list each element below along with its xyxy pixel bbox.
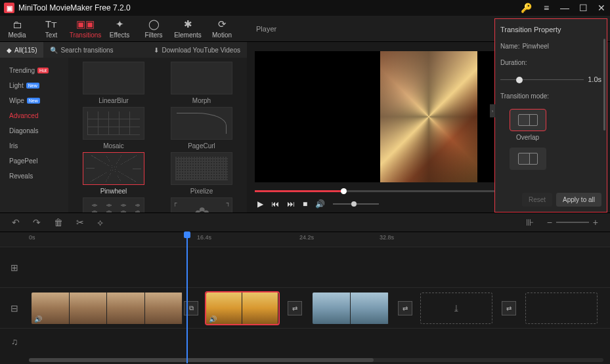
thumb-linearblur[interactable]: LinearBlur <box>72 62 155 104</box>
cat-diagonals[interactable]: Diagonals <box>0 123 68 138</box>
download-youtube[interactable]: ⬇ Download YouTube Videos <box>147 42 247 58</box>
volume-slider[interactable] <box>333 203 379 205</box>
thumb-pinwheel[interactable]: Pinwheel <box>72 152 155 195</box>
drop-slot-2[interactable] <box>525 293 598 324</box>
cat-light[interactable]: LightNew <box>0 78 68 93</box>
cat-pagepeel[interactable]: PagePeel <box>0 153 68 169</box>
mode-label: Transition mode: <box>500 92 549 100</box>
timeline-scrollbar[interactable] <box>29 358 603 362</box>
mode-other[interactable] <box>510 148 546 170</box>
filters-icon: ◯ <box>148 18 160 30</box>
tab-transitions[interactable]: ▣▣Transitions <box>68 16 102 41</box>
panel-scrollbar[interactable] <box>603 39 605 131</box>
tab-motion[interactable]: ⟳Motion <box>205 16 239 41</box>
clip-3[interactable] <box>313 293 389 324</box>
cat-advanced[interactable]: Advanced <box>0 108 68 123</box>
download-icon: ⬇ <box>154 47 159 54</box>
zoom-out-button[interactable]: − <box>547 217 552 228</box>
overlay-track[interactable]: ⊞ <box>0 247 610 287</box>
minimize-button[interactable]: — <box>560 3 569 13</box>
transition-node-4[interactable]: ⇄ <box>502 301 516 315</box>
transitions-icon: ▣▣ <box>76 18 95 30</box>
cat-trending[interactable]: TrendingHot <box>0 63 68 78</box>
zoom-in-button[interactable]: + <box>593 217 598 228</box>
menu-icon[interactable]: ≡ <box>542 3 551 13</box>
clip-1[interactable]: 🔊 <box>32 293 183 324</box>
delete-button[interactable]: 🗑 <box>54 217 63 228</box>
elements-icon: ✱ <box>184 18 192 30</box>
title-bar: ▣ MiniTool MovieMaker Free 7.2.0 🔑 ≡ — ☐… <box>0 0 610 16</box>
redo-button[interactable]: ↷ <box>33 217 41 228</box>
subtab-all[interactable]: ◆ All(115) <box>0 42 43 58</box>
duration-label: Duration: <box>500 59 527 66</box>
thumb-extra1[interactable] <box>72 197 155 212</box>
panel-collapse-button[interactable]: › <box>490 104 495 117</box>
effects-icon: ✦ <box>116 18 124 30</box>
motion-icon: ⟳ <box>218 18 227 30</box>
clip-2[interactable]: 🔊 <box>206 293 278 324</box>
app-title: MiniTool MovieMaker Free 7.2.0 <box>18 3 521 12</box>
tab-text[interactable]: TᴛText <box>34 16 68 41</box>
duration-slider[interactable] <box>500 79 584 80</box>
play-button[interactable]: ▶ <box>257 199 263 209</box>
crop-button[interactable]: ⟡ <box>97 217 103 228</box>
video-track[interactable]: ⊟ 🔊 ⧉ 🔊 ⇄ ⇄ ⤓ ⇄ <box>0 287 610 328</box>
volume-icon[interactable]: 🔊 <box>315 199 325 209</box>
transition-grid: LinearBlur Morph Mosaic PageCurl Pinwhee… <box>68 58 247 212</box>
audio-track-icon: ♫ <box>0 336 29 347</box>
tab-effects[interactable]: ✦Effects <box>102 16 137 41</box>
tab-filters[interactable]: ◯Filters <box>137 16 171 41</box>
drop-slot-1[interactable]: ⤓ <box>420 293 492 324</box>
folder-icon: 🗀 <box>12 19 22 30</box>
video-track-icon: ⊟ <box>0 303 29 313</box>
audio-track[interactable]: ♫ <box>0 328 610 354</box>
apply-all-button[interactable]: Apply to all <box>556 193 601 207</box>
progress-bar[interactable] <box>255 190 515 192</box>
duration-value: 1.0s <box>588 75 601 83</box>
search-icon: 🔍 <box>50 47 58 54</box>
zoom-slider[interactable] <box>556 222 589 223</box>
text-icon: Tᴛ <box>45 18 57 30</box>
transition-property-panel: › Transition Property Name:Pinwheel Dura… <box>494 18 607 212</box>
cut-button[interactable]: ✂ <box>76 217 84 228</box>
key-icon[interactable]: 🔑 <box>521 3 530 13</box>
prev-button[interactable]: ⏮ <box>271 199 279 209</box>
playhead[interactable] <box>186 232 188 363</box>
speed-button[interactable]: ⊪ <box>526 217 534 228</box>
timeline: 0s 16.4s 24.2s 32.8s ⊞ ⊟ 🔊 ⧉ 🔊 ⇄ ⇄ ⤓ ⇄ ♫ <box>0 232 610 363</box>
mode-overlap[interactable] <box>510 109 546 131</box>
close-button[interactable]: ✕ <box>597 3 606 13</box>
cat-reveals[interactable]: Reveals <box>0 169 68 184</box>
thumb-pagecurl[interactable]: PageCurl <box>160 107 243 150</box>
thumb-pixelize[interactable]: Pixelize <box>160 152 243 195</box>
name-value: Pinwheel <box>522 43 549 50</box>
mode-overlap-label: Overlap <box>516 134 601 141</box>
audio-icon: 🔊 <box>34 315 42 323</box>
overlay-track-icon: ⊞ <box>0 262 29 273</box>
next-button[interactable]: ⏭ <box>287 199 295 209</box>
panel-title: Transition Property <box>500 26 601 33</box>
reset-button[interactable]: Reset <box>522 193 552 207</box>
timeline-toolbar: ↶ ↷ 🗑 ✂ ⟡ ⊪ − + <box>0 212 610 232</box>
cat-iris[interactable]: Iris <box>0 138 68 153</box>
search-transitions[interactable]: 🔍Search transitions <box>43 42 120 58</box>
tab-elements[interactable]: ✱Elements <box>171 16 205 41</box>
transition-node-2[interactable]: ⇄ <box>288 301 302 315</box>
tab-media[interactable]: 🗀Media <box>0 16 34 41</box>
cat-wipe[interactable]: WipeNew <box>0 93 68 108</box>
name-label: Name: <box>500 43 519 50</box>
undo-button[interactable]: ↶ <box>12 217 20 228</box>
stop-button[interactable]: ■ <box>303 199 307 209</box>
audio-icon: 🔊 <box>209 315 217 323</box>
transition-node-3[interactable]: ⇄ <box>398 301 412 315</box>
category-list: TrendingHot LightNew WipeNew Advanced Di… <box>0 58 68 212</box>
maximize-button[interactable]: ☐ <box>578 3 588 13</box>
thumb-extra2[interactable]: ┌┐ <box>160 197 243 212</box>
thumb-morph[interactable]: Morph <box>160 62 243 104</box>
timeline-ruler[interactable]: 0s 16.4s 24.2s 32.8s <box>0 232 610 247</box>
thumb-mosaic[interactable]: Mosaic <box>72 107 155 150</box>
player-label: Player <box>256 25 276 33</box>
app-logo: ▣ <box>4 3 14 13</box>
